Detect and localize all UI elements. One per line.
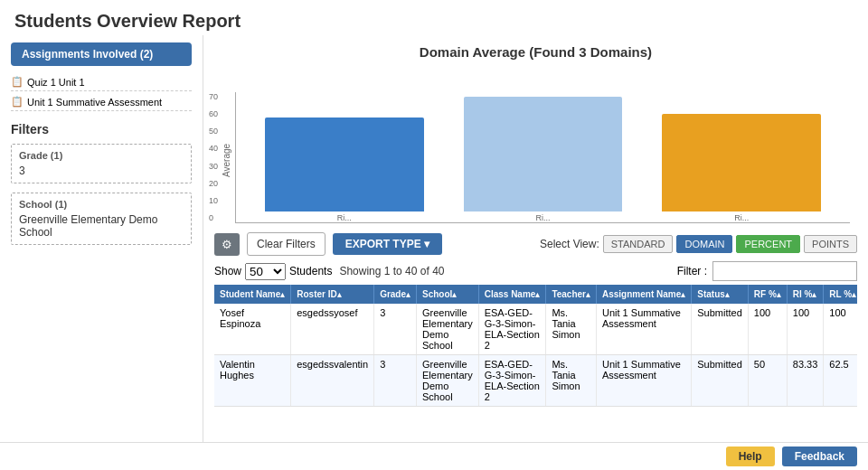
bar-1 xyxy=(265,118,424,212)
show-label: Show xyxy=(214,265,241,277)
filter-label: Filter : xyxy=(677,265,707,277)
y-tick-50: 50 xyxy=(209,127,218,136)
bar-label-3: Ri... xyxy=(734,213,749,222)
cell-school: Greenville Elementary Demo School xyxy=(417,304,479,355)
table-section: ⚙ Clear Filters EXPORT TYPE ▾ Select Vie… xyxy=(203,227,868,442)
col-teacher[interactable]: Teacher▴ xyxy=(546,285,597,304)
rows-show: Show 50 25 100 Students xyxy=(214,263,332,280)
content-area: Assignments Involved (2) 📋 Quiz 1 Unit 1… xyxy=(0,35,868,442)
table-wrapper: Student Name▴ Roster ID▴ Grade▴ School▴ … xyxy=(214,285,857,437)
cell-rl_pct: 100 xyxy=(824,304,857,355)
assignment-icon-2: 📋 xyxy=(11,96,24,108)
table-header-row: Student Name▴ Roster ID▴ Grade▴ School▴ … xyxy=(214,285,857,304)
grade-filter-box: Grade (1) 3 xyxy=(11,144,192,183)
settings-button[interactable]: ⚙ xyxy=(214,233,240,256)
cell-roster_id: esgedssvalentin xyxy=(291,355,374,407)
feedback-button[interactable]: Feedback xyxy=(782,446,857,466)
cell-teacher: Ms. Tania Simon xyxy=(546,304,597,355)
y-axis-ticks: 70 60 50 40 30 20 10 0 xyxy=(209,92,218,222)
y-tick-40: 40 xyxy=(209,144,218,153)
cell-teacher: Ms. Tania Simon xyxy=(546,355,597,407)
filter-input-row: Filter : xyxy=(677,261,857,281)
col-grade[interactable]: Grade▴ xyxy=(374,285,417,304)
cell-status: Submitted xyxy=(692,304,749,355)
filters-section: Filters Grade (1) 3 School (1) Greenvill… xyxy=(11,122,192,245)
cell-assignment_name: Unit 1 Summative Assessment xyxy=(597,355,692,407)
chart-inner: 70 60 50 40 30 20 10 0 xyxy=(235,92,850,223)
select-view-label: Select View: xyxy=(540,238,599,250)
view-domain-button[interactable]: DOMAIN xyxy=(676,235,732,253)
cell-status: Submitted xyxy=(692,355,749,407)
sidebar: Assignments Involved (2) 📋 Quiz 1 Unit 1… xyxy=(0,35,203,442)
cell-assignment_name: Unit 1 Summative Assessment xyxy=(597,304,692,355)
filter-input[interactable] xyxy=(712,261,857,281)
cell-rf_pct: 50 xyxy=(748,355,787,407)
bar-label-2: Ri... xyxy=(536,213,551,222)
col-rf-pct[interactable]: RF %▴ xyxy=(748,285,787,304)
assignment-label-1: Quiz 1 Unit 1 xyxy=(27,77,85,88)
y-tick-0: 0 xyxy=(209,213,218,222)
chart-area: Domain Average (Found 3 Domains) Average… xyxy=(203,35,868,227)
grade-filter-label: Grade (1) xyxy=(19,150,184,161)
y-tick-30: 30 xyxy=(209,162,218,171)
bar-3 xyxy=(662,114,821,212)
cell-grade: 3 xyxy=(374,304,417,355)
cell-class_name: ESA-GED-G-3-Simon-ELA-Section 2 xyxy=(478,304,546,355)
page-title: Students Overview Report xyxy=(14,11,854,32)
assignments-button[interactable]: Assignments Involved (2) xyxy=(11,42,192,66)
col-student-name[interactable]: Student Name▴ xyxy=(214,285,291,304)
help-button[interactable]: Help xyxy=(726,446,775,466)
assignment-item-2: 📋 Unit 1 Summative Assessment xyxy=(11,93,192,111)
view-percent-button[interactable]: PERCENT xyxy=(736,235,800,253)
cell-student_name: Valentin Hughes xyxy=(214,355,291,407)
view-standard-button[interactable]: STANDARD xyxy=(603,235,674,253)
filters-title: Filters xyxy=(11,122,192,136)
showing-text: Showing 1 to 40 of 40 xyxy=(339,265,444,277)
school-filter-value: Greenville Elementary Demo School xyxy=(19,213,184,239)
bar-label-1: Ri... xyxy=(337,213,352,222)
col-rl-pct[interactable]: RL %▴ xyxy=(824,285,857,304)
y-tick-20: 20 xyxy=(209,179,218,188)
bottom-bar: Help Feedback xyxy=(0,442,868,470)
y-tick-60: 60 xyxy=(209,109,218,118)
cell-rl_pct: 62.5 xyxy=(824,355,857,407)
cell-grade: 3 xyxy=(374,355,417,407)
page: Students Overview Report Assignments Inv… xyxy=(0,0,868,470)
school-filter-label: School (1) xyxy=(19,199,184,210)
col-class-name[interactable]: Class Name▴ xyxy=(478,285,546,304)
school-filter-box: School (1) Greenville Elementary Demo Sc… xyxy=(11,193,192,245)
y-tick-70: 70 xyxy=(209,92,218,101)
table-body: Yosef Espinozaesgedssyosef3Greenville El… xyxy=(214,304,857,407)
chart-container: Average 70 60 50 40 30 20 10 xyxy=(222,65,850,223)
cell-rf_pct: 100 xyxy=(748,304,787,355)
students-table: Student Name▴ Roster ID▴ Grade▴ School▴ … xyxy=(214,285,857,407)
cell-roster_id: esgedssyosef xyxy=(291,304,374,355)
chart-bars-area: 70 60 50 40 30 20 10 0 xyxy=(235,92,850,223)
clear-filters-button[interactable]: Clear Filters xyxy=(247,232,326,256)
col-assignment-name[interactable]: Assignment Name▴ xyxy=(597,285,692,304)
assignment-item-1: 📋 Quiz 1 Unit 1 xyxy=(11,73,192,91)
bar-group-2: Ri... xyxy=(444,92,643,222)
main-content: Domain Average (Found 3 Domains) Average… xyxy=(203,35,868,442)
table-row: Yosef Espinozaesgedssyosef3Greenville El… xyxy=(214,304,857,355)
show-select[interactable]: 50 25 100 xyxy=(245,263,286,280)
col-ri-pct[interactable]: RI %▴ xyxy=(787,285,824,304)
y-tick-10: 10 xyxy=(209,196,218,205)
select-view-group: Select View: STANDARD DOMAIN PERCENT POI… xyxy=(540,235,857,253)
table-controls: ⚙ Clear Filters EXPORT TYPE ▾ Select Vie… xyxy=(214,232,857,256)
col-status[interactable]: Status▴ xyxy=(692,285,749,304)
col-school[interactable]: School▴ xyxy=(417,285,479,304)
table-row: Valentin Hughesesgedssvalentin3Greenvill… xyxy=(214,355,857,407)
export-type-button[interactable]: EXPORT TYPE ▾ xyxy=(333,233,442,255)
show-row: Show 50 25 100 Students Showing 1 to 40 … xyxy=(214,261,857,281)
y-axis-label: Average xyxy=(222,97,231,223)
students-label: Students xyxy=(289,265,332,277)
grade-filter-value: 3 xyxy=(19,164,184,177)
col-roster-id[interactable]: Roster ID▴ xyxy=(291,285,374,304)
bar-group-1: Ri... xyxy=(245,92,444,222)
cell-ri_pct: 83.33 xyxy=(787,355,824,407)
bar-group-3: Ri... xyxy=(642,92,841,222)
view-points-button[interactable]: POINTS xyxy=(804,235,857,253)
cell-school: Greenville Elementary Demo School xyxy=(417,355,479,407)
cell-student_name: Yosef Espinoza xyxy=(214,304,291,355)
